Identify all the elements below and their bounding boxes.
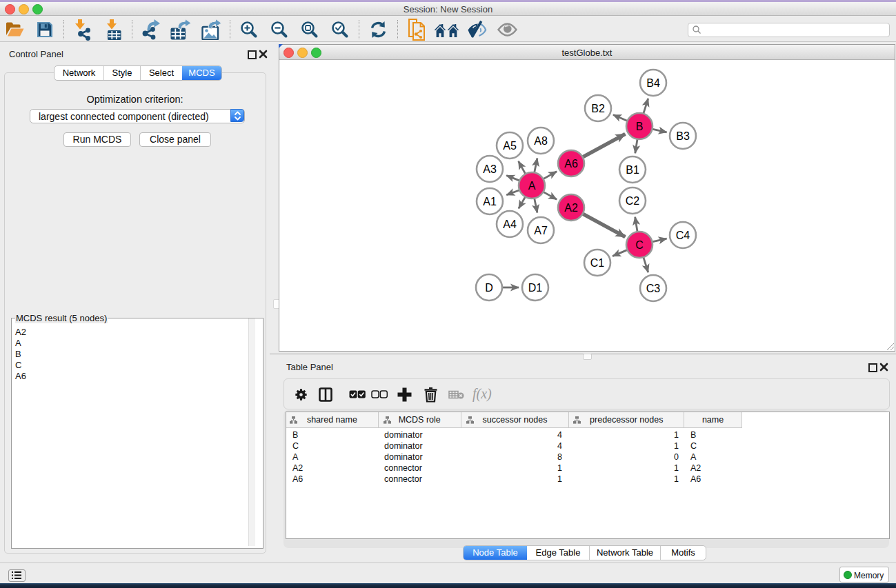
svg-text:A4: A4 [503, 219, 517, 230]
svg-text:B4: B4 [646, 77, 660, 89]
svg-text:A1: A1 [483, 196, 497, 207]
svg-text:A5: A5 [503, 140, 517, 152]
svg-text:A8: A8 [534, 135, 548, 147]
svg-text:B1: B1 [626, 164, 639, 176]
svg-text:D1: D1 [528, 282, 543, 294]
svg-text:B2: B2 [591, 103, 605, 114]
svg-text:C1: C1 [590, 257, 605, 269]
svg-text:C: C [635, 239, 644, 251]
svg-text:A2: A2 [564, 202, 578, 214]
svg-text:C2: C2 [626, 195, 640, 207]
svg-text:B: B [636, 121, 644, 132]
svg-text:A7: A7 [534, 225, 548, 236]
svg-text:A: A [528, 180, 536, 192]
svg-text:B3: B3 [676, 130, 690, 142]
svg-text:C4: C4 [676, 230, 690, 241]
svg-text:D: D [485, 282, 493, 294]
svg-text:C3: C3 [646, 283, 661, 294]
svg-text:A3: A3 [483, 163, 497, 175]
svg-text:A6: A6 [564, 158, 578, 170]
